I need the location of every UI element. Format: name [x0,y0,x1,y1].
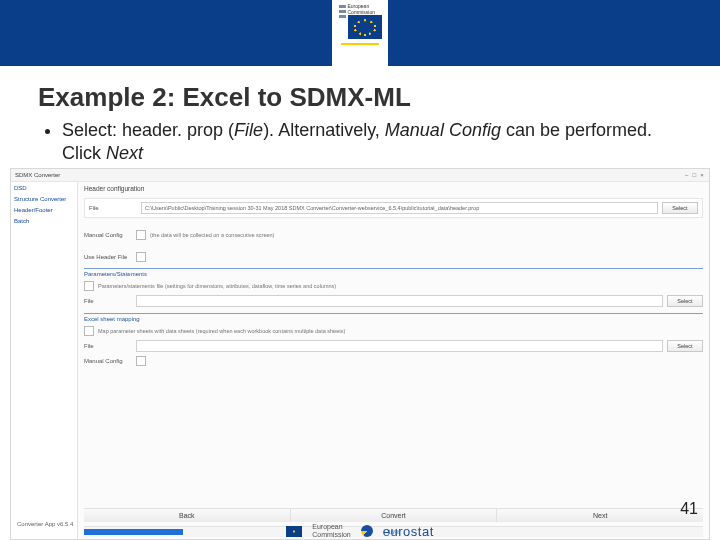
window-title: SDMX Converter [15,172,60,178]
parameters-file-label: File [84,298,132,304]
page-number: 41 [680,500,698,518]
mapping-checkbox[interactable] [84,326,94,336]
bullet-text-mid: ). Alternatively, [263,120,385,140]
slide-bullets: Select: header. prop (File). Alternative… [0,113,720,168]
sidebar-item-dsd[interactable]: DSD [14,185,74,191]
mapping-file-label: File [84,343,132,349]
use-header-row: Use Header File [84,252,703,262]
app-sidebar: DSD Structure Converter Header/Footer Ba… [11,181,78,539]
app-main: Header configuration File C:\Users\Publi… [78,181,709,539]
slide-title: Example 2: Excel to SDMX-ML [0,78,720,113]
sidebar-item-batch[interactable]: Batch [14,218,74,224]
sidebar-item-structure-converter[interactable]: Structure Converter [14,196,74,202]
parameters-file-checkbox[interactable] [84,281,94,291]
eu-flag-icon [348,15,382,39]
ec-banner: European Commission [0,0,720,78]
parameters-file-note: Parameters/statements file (settings for… [98,283,336,289]
file-select-button[interactable]: Select [662,202,698,214]
back-button[interactable]: Back [84,509,291,522]
window-close-icon[interactable]: × [699,172,705,178]
manual-config-bottom-checkbox[interactable] [136,356,146,366]
window-maximize-icon[interactable]: □ [691,172,697,178]
bullet-file-italic: File [234,120,263,140]
manual-config-row: Manual Config (the data will be collecte… [84,230,703,240]
file-group: File C:\Users\Public\Desktop\Training se… [84,198,703,218]
bullet-1: Select: header. prop (File). Alternative… [62,119,680,164]
manual-config-note: (the data will be collected on a consecu… [150,232,274,238]
window-minimize-icon[interactable]: – [684,172,690,178]
manual-config-bottom-label: Manual Config [84,358,132,364]
footer-ec-line2: Commission [312,531,351,539]
mapping-section-label: Excel sheet mapping [84,313,703,322]
file-label: File [89,205,137,211]
file-path-field[interactable]: C:\Users\Public\Desktop\Training session… [141,202,658,214]
use-header-checkbox[interactable] [136,252,146,262]
manual-config-bottom-row: Manual Config [84,356,703,366]
app-screenshot: SDMX Converter – □ × DSD Structure Conve… [10,168,710,540]
panel-title: Header configuration [84,185,703,192]
footer-ec-line1: European [312,523,351,531]
manual-config-checkbox[interactable] [136,230,146,240]
wizard-footer-buttons: Back Convert Next [84,508,703,522]
sidebar-item-header-footer[interactable]: Header/Footer [14,207,74,213]
slide-footer: European Commission eurostat [0,522,720,540]
use-header-label: Use Header File [84,254,132,260]
eurostat-label: eurostat [383,524,434,539]
eurostat-icon [361,525,373,537]
parameters-file-field[interactable] [136,295,663,307]
ec-logo: European Commission [332,0,388,78]
bullet-next-italic: Next [106,143,143,163]
parameters-select-button[interactable]: Select [667,295,703,307]
manual-config-label: Manual Config [84,232,132,238]
mapping-select-button[interactable]: Select [667,340,703,352]
ec-logo-underline [341,43,379,45]
parameters-section-label: Parameters/Statements [84,268,703,277]
window-titlebar: SDMX Converter – □ × [11,169,709,182]
mapping-file-field[interactable] [136,340,663,352]
bullet-text-lead: Select: header. prop ( [62,120,234,140]
next-button[interactable]: Next [497,509,703,522]
footer-eu-flag-icon [286,526,302,537]
bullet-manual-italic: Manual Config [385,120,501,140]
mapping-note: Map parameter sheets with data sheets (r… [98,328,345,334]
convert-button[interactable]: Convert [291,509,498,522]
